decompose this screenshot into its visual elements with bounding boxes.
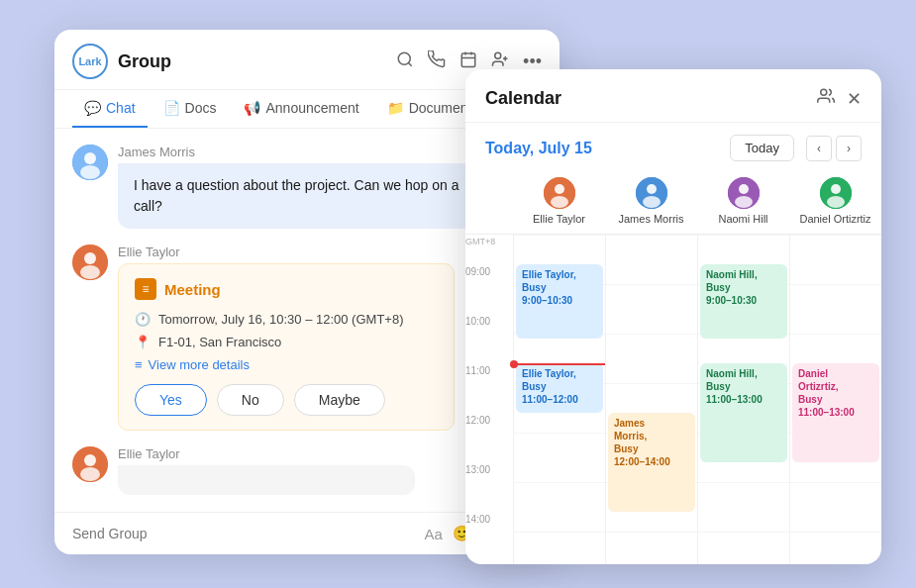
naomi-event-1: Naomi Hill,Busy9:00–10:30	[700, 264, 787, 339]
search-icon[interactable]	[396, 50, 414, 73]
person-col-naomi: Naomi Hill	[697, 169, 789, 234]
font-icon[interactable]: Aa	[424, 526, 442, 542]
rsvp-buttons: Yes No Maybe	[135, 384, 438, 416]
close-icon[interactable]: ✕	[847, 88, 862, 110]
calendar-window: Calendar ✕ Today, July 15 Today ‹ › Elli…	[465, 69, 881, 564]
chat-tab-icon: 💬	[84, 100, 101, 116]
next-arrow[interactable]: ›	[836, 136, 862, 161]
grid-cols: Ellie Taylor,Busy9:00–10:30 Ellie Taylor…	[513, 235, 881, 564]
svg-point-16	[84, 454, 96, 466]
daniel-event-1: DanielOrtizrtiz,Busy11:00–13:00	[792, 363, 879, 462]
svg-point-26	[739, 184, 749, 194]
time-1100: 11:00	[465, 363, 513, 413]
time-1400: 14:00	[465, 512, 513, 561]
avatar-ellie	[72, 245, 108, 280]
meeting-icon: ≡	[135, 278, 156, 300]
avatar-ellie-2	[72, 446, 108, 482]
daniel-cal-name: Daniel Ortizrtiz	[799, 213, 870, 226]
prev-arrow[interactable]: ‹	[806, 136, 832, 161]
svg-rect-2	[461, 53, 475, 67]
svg-point-6	[495, 52, 501, 58]
meeting-time-detail: 🕐 Tomorrow, July 16, 10:30 – 12:00 (GMT+…	[135, 312, 438, 327]
naomi-cal-name: Naomi Hill	[718, 213, 767, 226]
svg-point-29	[831, 184, 841, 194]
rsvp-yes-button[interactable]: Yes	[135, 384, 207, 416]
svg-point-11	[80, 165, 100, 179]
ellie-second-bubble	[118, 465, 415, 495]
time-0900: 09:00	[465, 264, 513, 314]
james-cal-name: James Morris	[618, 213, 683, 226]
document-tab-icon: 📁	[387, 100, 404, 116]
announcement-tab-icon: 📢	[244, 100, 260, 116]
tab-docs-label: Docs	[185, 100, 217, 116]
view-details-icon: ≡	[135, 357, 143, 372]
calendar-body: GMT+8 09:00 10:00 11:00 12:00 13:00 14:0…	[465, 235, 881, 564]
svg-point-27	[735, 196, 753, 208]
rsvp-maybe-button[interactable]: Maybe	[294, 384, 385, 416]
james-message-bubble: I have a question about the project. Can…	[118, 163, 494, 229]
svg-line-1	[409, 62, 412, 65]
avatar-naomi-cal	[728, 177, 760, 209]
gmt-label: GMT+8	[465, 235, 513, 264]
clock-icon: 🕐	[135, 312, 151, 327]
svg-point-17	[80, 467, 100, 481]
svg-point-10	[84, 152, 96, 164]
tab-docs[interactable]: 📄 Docs	[152, 90, 229, 128]
calendar-date-nav: Today, July 15 Today ‹ ›	[465, 123, 881, 169]
lark-logo: Lark	[72, 44, 108, 79]
ellie-col: Ellie Taylor,Busy9:00–10:30 Ellie Taylor…	[513, 235, 605, 564]
avatar-james-cal	[636, 177, 667, 209]
daniel-col: DanielOrtizrtiz,Busy11:00–13:00	[789, 235, 881, 564]
ellie-cal-name: Ellie Taylor	[533, 213, 585, 226]
location-icon: 📍	[135, 335, 151, 349]
send-group-input[interactable]	[72, 526, 414, 541]
rsvp-no-button[interactable]: No	[217, 384, 284, 416]
meeting-card: ≡ Meeting 🕐 Tomorrow, July 16, 10:30 – 1…	[118, 263, 455, 431]
svg-point-30	[827, 196, 845, 208]
calendar-grid: Ellie Taylor James Morris Naomi Hill Dan…	[465, 169, 881, 564]
time-1000: 10:00	[465, 314, 513, 363]
view-details-text: View more details	[149, 357, 250, 372]
tab-chat[interactable]: 💬 Chat	[72, 90, 148, 128]
calendar-title: Calendar	[485, 88, 817, 109]
meeting-location-detail: 📍 F1-01, San Francisco	[135, 335, 438, 349]
calendar-header: Calendar ✕	[465, 69, 881, 123]
svg-point-13	[84, 252, 96, 264]
hr7	[514, 532, 605, 564]
tab-announcement[interactable]: 📢 Announcement	[232, 90, 370, 128]
tab-document-label: Document	[409, 100, 472, 116]
svg-point-20	[555, 184, 564, 194]
svg-point-18	[821, 89, 827, 95]
avatar-ellie-cal	[544, 177, 575, 209]
james-col: JamesMorris,Busy12:00–14:00	[605, 235, 697, 564]
phone-icon[interactable]	[428, 50, 446, 73]
svg-point-24	[643, 196, 661, 208]
svg-point-14	[80, 265, 100, 279]
time-1500: 15:00	[465, 561, 513, 564]
tab-announcement-label: Announcement	[265, 100, 358, 116]
docs-tab-icon: 📄	[163, 100, 180, 116]
ellie-event-2: Ellie Taylor,Busy11:00–12:00	[516, 363, 603, 413]
today-button[interactable]: Today	[730, 135, 794, 161]
people-icon[interactable]	[817, 87, 835, 110]
person-col-ellie: Ellie Taylor	[513, 169, 605, 234]
meeting-time-text: Tomorrow, July 16, 10:30 – 12:00 (GMT+8)	[158, 312, 403, 327]
avatar-james	[72, 145, 108, 180]
hr5	[514, 433, 605, 482]
svg-point-21	[551, 196, 568, 208]
naomi-event-2: Naomi Hill,Busy11:00–13:00	[700, 363, 787, 462]
group-title: Group	[118, 51, 386, 72]
calendar-date-label: Today, July 15	[485, 140, 718, 157]
james-message-text: I have a question about the project. Can…	[134, 177, 458, 214]
time-column: GMT+8 09:00 10:00 11:00 12:00 13:00 14:0…	[465, 235, 513, 564]
time-1200: 12:00	[465, 413, 513, 462]
tab-chat-label: Chat	[106, 100, 136, 116]
view-more-details-link[interactable]: ≡ View more details	[135, 357, 438, 372]
time-1300: 13:00	[465, 462, 513, 512]
svg-point-23	[647, 184, 657, 194]
person-col-james: James Morris	[605, 169, 697, 234]
avatar-daniel-cal	[820, 177, 852, 209]
james-event-1: JamesMorris,Busy12:00–14:00	[608, 413, 695, 512]
naomi-col: Naomi Hill,Busy9:00–10:30 Naomi Hill,Bus…	[697, 235, 789, 564]
meeting-title: ≡ Meeting	[135, 278, 438, 300]
